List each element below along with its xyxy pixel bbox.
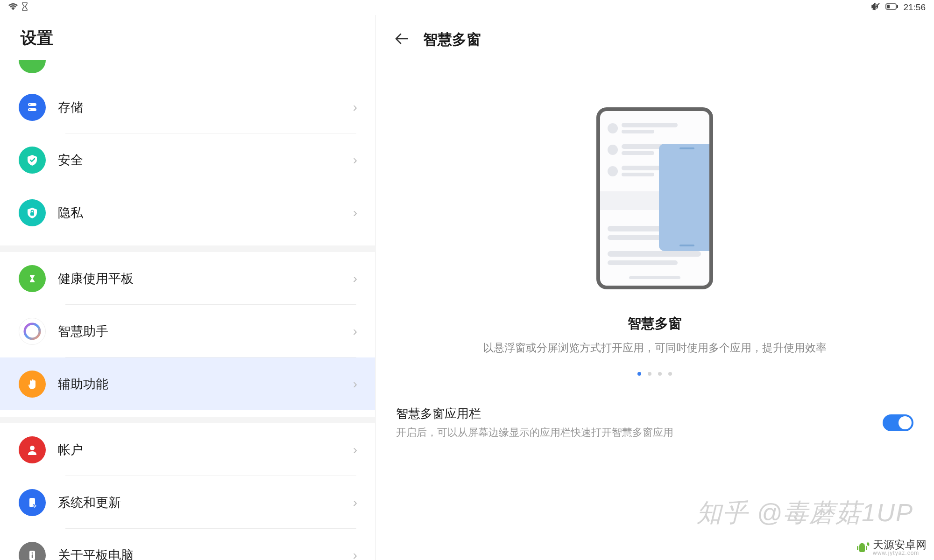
status-left (8, 2, 28, 13)
svg-rect-21 (859, 545, 865, 552)
shield-icon (19, 147, 46, 174)
content-pane: 智慧多窗 (375, 15, 934, 560)
hourglass-icon (21, 2, 28, 13)
phone-gear-icon (19, 489, 46, 516)
svg-rect-8 (30, 212, 34, 216)
info-device-icon (19, 542, 46, 560)
sidebar-item-about[interactable]: 关于平板电脑 › (0, 529, 375, 560)
sidebar-item-digital-balance[interactable]: 健康使用平板 › (0, 252, 375, 305)
sidebar-item-privacy[interactable]: 隐私 › (0, 186, 375, 239)
svg-rect-22 (857, 546, 858, 550)
svg-point-10 (30, 446, 35, 450)
chevron-right-icon: › (353, 442, 357, 457)
sidebar-item-system-update[interactable]: 系统和更新 › (0, 476, 375, 529)
item-label: 安全 (58, 152, 353, 168)
storage-icon (19, 94, 46, 121)
back-arrow-icon[interactable] (394, 32, 409, 48)
clock-text: 21:56 (903, 2, 926, 13)
feature-description: 以悬浮窗或分屏浏览方式打开应用，可同时使用多个应用，提升使用效率 (483, 341, 827, 355)
float-window-graphic (659, 144, 713, 251)
status-bar: 21:56 (0, 0, 934, 15)
partial-icon (19, 60, 46, 73)
lock-shield-icon (19, 199, 46, 226)
sidebar-item-assistant[interactable]: 智慧助手 › (0, 305, 375, 357)
item-label: 隐私 (58, 204, 353, 221)
item-label: 辅助功能 (58, 376, 353, 392)
page-dot[interactable] (648, 372, 651, 376)
page-dot[interactable] (637, 372, 641, 376)
hand-icon (19, 371, 46, 398)
toggle-switch[interactable] (883, 414, 913, 431)
watermark-site-url: www.jytyaz.com (873, 550, 927, 556)
chevron-right-icon: › (353, 324, 357, 339)
chevron-right-icon: › (353, 205, 357, 220)
wifi-icon (8, 2, 18, 13)
settings-list: 存储 › 安全 › 隐私 › (0, 63, 375, 560)
page-dot[interactable] (658, 372, 662, 376)
chevron-right-icon: › (353, 377, 357, 392)
setting-label: 智慧多窗应用栏 (396, 406, 883, 422)
battery-icon (885, 2, 899, 13)
chevron-right-icon: › (353, 153, 357, 168)
svg-rect-23 (866, 546, 867, 550)
android-leaf-icon (854, 540, 870, 556)
chevron-right-icon: › (353, 495, 357, 510)
chevron-right-icon: › (353, 548, 357, 560)
item-label: 系统和更新 (58, 494, 353, 511)
setting-sublabel: 开启后，可以从屏幕边缘显示的应用栏快速打开智慧多窗应用 (396, 426, 883, 440)
svg-point-7 (29, 109, 31, 110)
svg-point-6 (29, 104, 31, 105)
item-label: 关于平板电脑 (58, 547, 353, 560)
chevron-right-icon: › (353, 100, 357, 115)
sidebar-item-security[interactable]: 安全 › (0, 133, 375, 186)
mute-icon (871, 2, 881, 14)
item-label: 帐户 (58, 441, 353, 458)
multiwindow-illustration (596, 107, 713, 289)
sidebar-item-account[interactable]: 帐户 › (0, 423, 375, 476)
item-label: 存储 (58, 99, 353, 116)
assistant-ring-icon (19, 318, 46, 345)
sidebar-item-accessibility[interactable]: 辅助功能 › (0, 357, 375, 410)
watermark-site-name: 天源安卓网 (873, 539, 927, 550)
person-icon (19, 436, 46, 463)
item-label: 智慧助手 (58, 323, 353, 340)
feature-title: 智慧多窗 (628, 315, 682, 333)
feature-illustration-block: 智慧多窗 以悬浮窗或分屏浏览方式打开应用，可同时使用多个应用，提升使用效率 (394, 107, 915, 376)
settings-item-partial[interactable] (0, 63, 375, 81)
hourglass-circle-icon (19, 265, 46, 292)
chevron-right-icon: › (353, 271, 357, 286)
content-title: 智慧多窗 (423, 30, 481, 49)
item-label: 健康使用平板 (58, 270, 353, 287)
setting-row-appbar: 智慧多窗应用栏 开启后，可以从屏幕边缘显示的应用栏快速打开智慧多窗应用 (394, 406, 915, 440)
page-indicator[interactable] (637, 372, 672, 376)
svg-rect-2 (887, 5, 890, 8)
status-right: 21:56 (871, 2, 926, 14)
watermark-site: 天源安卓网 www.jytyaz.com (854, 539, 927, 556)
svg-point-9 (25, 324, 40, 339)
settings-sidebar: 设置 存储 › 安全 › (0, 15, 375, 560)
watermark-zhihu: 知乎 @毒蘑菇1UP (696, 496, 913, 530)
content-header: 智慧多窗 (394, 15, 915, 61)
sidebar-title: 设置 (0, 15, 375, 63)
svg-point-19 (32, 552, 33, 553)
svg-rect-20 (32, 554, 33, 558)
svg-rect-3 (897, 5, 898, 8)
sidebar-item-storage[interactable]: 存储 › (0, 81, 375, 133)
page-dot[interactable] (668, 372, 672, 376)
